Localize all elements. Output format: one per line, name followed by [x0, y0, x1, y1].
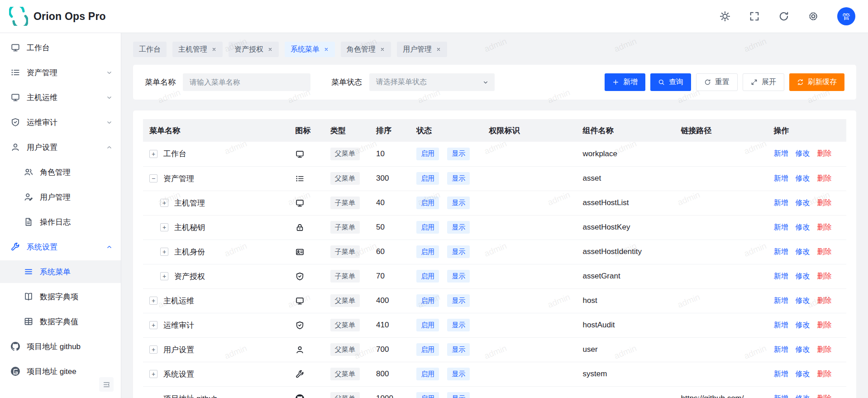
tab-role-management[interactable]: 角色管理 — [341, 42, 391, 57]
expand-row-button[interactable]: + — [160, 223, 168, 231]
sidebar-item-label: 系统菜单 — [40, 267, 113, 277]
tab-asset-grant[interactable]: 资产授权 — [229, 42, 279, 57]
menu-status-select[interactable]: 请选择菜单状态 — [369, 73, 495, 91]
fullscreen-icon[interactable] — [749, 11, 760, 22]
expand-row-button[interactable]: + — [149, 297, 157, 305]
sidebar-item-data-dict-item[interactable]: 数据字典项 — [0, 285, 121, 308]
row-action-add[interactable]: 新增 — [773, 321, 788, 330]
theme-toggle-icon[interactable] — [720, 11, 730, 22]
row-action-add[interactable]: 新增 — [773, 247, 788, 257]
menu-name-input[interactable] — [183, 73, 310, 91]
tab-close-icon[interactable] — [267, 47, 273, 52]
tab-close-icon[interactable] — [436, 47, 441, 52]
sidebar-item-ops-audit[interactable]: 运维审计 — [0, 111, 121, 134]
row-action-add[interactable]: 新增 — [773, 149, 788, 158]
file-icon — [24, 217, 33, 226]
row-action-edit[interactable]: 修改 — [795, 272, 810, 281]
tab-system-menu[interactable]: 系统菜单 — [285, 42, 335, 57]
row-action-delete[interactable]: 删除 — [817, 247, 831, 257]
expand-row-button[interactable]: + — [160, 248, 168, 256]
row-action-delete[interactable]: 删除 — [817, 394, 831, 398]
row-action-delete[interactable]: 删除 — [817, 174, 831, 183]
avatar[interactable]: 管 — [837, 7, 855, 25]
row-action-edit[interactable]: 修改 — [795, 369, 810, 379]
tab-close-icon[interactable] — [324, 47, 329, 52]
row-action-edit[interactable]: 修改 — [795, 223, 810, 232]
logo[interactable]: Orion Ops Pro — [9, 7, 106, 26]
refresh-icon[interactable] — [778, 11, 789, 22]
sidebar-item-role-management[interactable]: 角色管理 — [0, 161, 121, 183]
menu-order-text: 70 — [376, 272, 385, 280]
menu-name-text: 系统设置 — [163, 369, 194, 379]
sidebar-collapse-button[interactable] — [99, 377, 114, 392]
status-badge: 启用 — [416, 319, 439, 331]
tab-workbench[interactable]: 工作台 — [133, 42, 167, 57]
row-action-add[interactable]: 新增 — [773, 223, 788, 232]
row-action-delete[interactable]: 删除 — [817, 321, 831, 330]
sidebar-item-label: 用户设置 — [27, 142, 99, 153]
sidebar-item-github[interactable]: 项目地址 github — [0, 335, 121, 358]
sidebar-item-user-management[interactable]: 用户管理 — [0, 186, 121, 208]
expand-row-button[interactable]: + — [160, 272, 168, 280]
row-action-add[interactable]: 新增 — [773, 345, 788, 355]
expand-row-button[interactable]: + — [149, 370, 157, 378]
expand-row-button[interactable]: + — [149, 150, 157, 158]
row-action-add[interactable]: 新增 — [773, 272, 788, 281]
status-badge: 启用 — [416, 197, 439, 209]
component-name-text: user — [583, 345, 598, 354]
sidebar-item-host-ops[interactable]: 主机运维 — [0, 86, 121, 109]
collapse-row-button[interactable]: − — [149, 174, 157, 182]
reset-button[interactable]: 重置 — [696, 73, 738, 91]
row-action-edit[interactable]: 修改 — [795, 174, 810, 183]
sidebar-item-asset-management[interactable]: 资产管理 — [0, 61, 121, 84]
sidebar-item-data-dict-value[interactable]: 数据字典值 — [0, 310, 121, 333]
row-action-delete[interactable]: 删除 — [817, 223, 831, 232]
row-action-delete[interactable]: 删除 — [817, 149, 831, 158]
row-action-delete[interactable]: 删除 — [817, 345, 831, 355]
row-action-add[interactable]: 新增 — [773, 296, 788, 306]
menu-name-text: 主机管理 — [174, 198, 205, 208]
search-icon — [658, 79, 665, 86]
sidebar-item-user-settings[interactable]: 用户设置 — [0, 136, 121, 158]
row-action-edit[interactable]: 修改 — [795, 394, 810, 398]
search-button[interactable]: 查询 — [650, 73, 691, 91]
expand-row-button[interactable]: + — [160, 199, 168, 207]
row-action-add[interactable]: 新增 — [773, 369, 788, 379]
menu-name-text: 主机运维 — [163, 296, 194, 306]
menu-table-card: 菜单名称图标类型排序状态权限标识组件名称链接路径操作 +工作台父菜单10启用显示… — [133, 110, 856, 398]
status-badge: 显示 — [447, 270, 470, 283]
component-name-text: assetGrant — [583, 272, 620, 280]
settings-gear-icon[interactable] — [808, 11, 819, 22]
expand-row-button[interactable]: + — [149, 345, 157, 354]
row-action-edit[interactable]: 修改 — [795, 296, 810, 306]
row-action-edit[interactable]: 修改 — [795, 247, 810, 257]
expand-row-button[interactable]: + — [149, 321, 157, 329]
row-action-edit[interactable]: 修改 — [795, 198, 810, 208]
row-action-add[interactable]: 新增 — [773, 198, 788, 208]
tab-user-management[interactable]: 用户管理 — [397, 42, 447, 57]
row-action-delete[interactable]: 删除 — [817, 198, 831, 208]
row-action-add[interactable]: 新增 — [773, 394, 788, 398]
row-action-edit[interactable]: 修改 — [795, 345, 810, 355]
row-action-delete[interactable]: 删除 — [817, 296, 831, 306]
expand-button[interactable]: 展开 — [743, 73, 784, 91]
row-action-edit[interactable]: 修改 — [795, 321, 810, 330]
row-action-add[interactable]: 新增 — [773, 174, 788, 183]
table-row: 项目地址 github父菜单1000启用显示https://github.com… — [143, 386, 846, 398]
tab-close-icon[interactable] — [380, 47, 385, 52]
row-action-delete[interactable]: 删除 — [817, 369, 831, 379]
tab-label: 角色管理 — [347, 45, 376, 54]
row-action-edit[interactable]: 修改 — [795, 149, 810, 158]
shield-icon — [11, 118, 20, 127]
tab-host-management[interactable]: 主机管理 — [172, 42, 223, 57]
sidebar-item-system-settings[interactable]: 系统设置 — [0, 235, 121, 258]
row-action-delete[interactable]: 删除 — [817, 272, 831, 281]
sidebar-item-system-menu[interactable]: 系统菜单 — [0, 260, 121, 283]
users-icon — [24, 168, 33, 177]
sidebar-item-workbench[interactable]: 工作台 — [0, 36, 121, 59]
refresh-cache-button[interactable]: 刷新缓存 — [789, 73, 844, 91]
status-badge: 启用 — [416, 221, 439, 234]
add-button[interactable]: 新增 — [605, 73, 645, 91]
sidebar-item-operation-log[interactable]: 操作日志 — [0, 211, 121, 233]
tab-close-icon[interactable] — [211, 47, 217, 52]
